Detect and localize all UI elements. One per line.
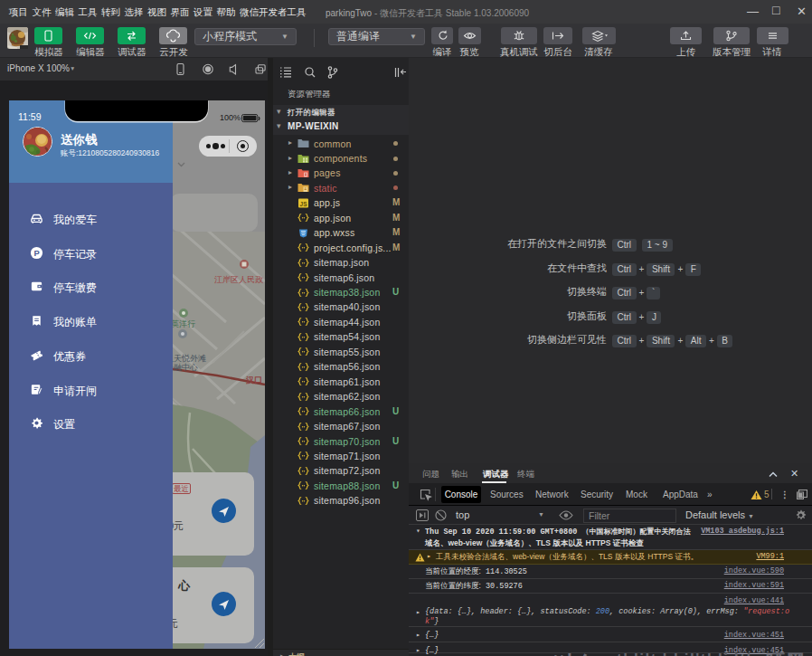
svg-text:P: P xyxy=(33,248,39,257)
svg-text:JS: JS xyxy=(300,200,308,206)
svg-text:江岸区人民政: 江岸区人民政 xyxy=(214,275,263,284)
svg-text:汉口: 汉口 xyxy=(245,376,262,385)
